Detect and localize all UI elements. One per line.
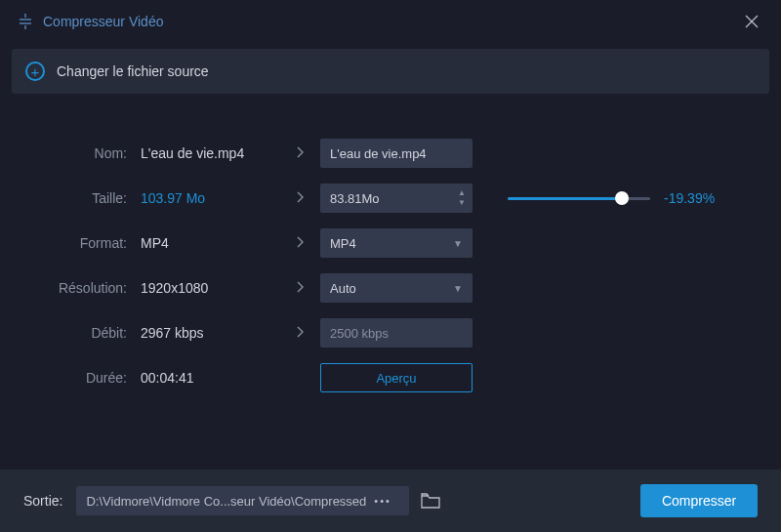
plus-icon: +	[25, 61, 45, 81]
label-size: Taille:	[0, 190, 137, 206]
close-button[interactable]	[740, 10, 763, 33]
orig-bitrate: 2967 kbps	[137, 325, 281, 341]
label-bitrate: Débit:	[0, 325, 137, 341]
app-icon	[18, 14, 33, 29]
chevron-right-icon	[281, 189, 320, 207]
browse-dots-button[interactable]: •••	[366, 495, 399, 507]
chevron-right-icon	[281, 144, 320, 162]
change-source-bar[interactable]: + Changer le fichier source	[12, 49, 769, 94]
format-select-value: MP4	[330, 236, 356, 251]
orig-size: 103.97 Mo	[137, 190, 281, 206]
compress-button[interactable]: Compresser	[640, 484, 758, 517]
name-input[interactable]	[320, 139, 473, 168]
row-format: Format: MP4 MP4 ▼	[0, 221, 750, 266]
app-title: Compresseur Vidéo	[43, 14, 740, 29]
size-slider[interactable]	[508, 197, 650, 200]
row-size: Taille: 103.97 Mo 83.81Mo ▲ ▼ -19.39%	[0, 176, 750, 221]
label-resolution: Résolution:	[0, 280, 137, 296]
chevron-right-icon	[281, 234, 320, 252]
preview-button[interactable]: Aperçu	[320, 363, 473, 392]
open-folder-button[interactable]	[421, 493, 440, 509]
change-source-label: Changer le fichier source	[57, 63, 209, 79]
stepper-down-icon[interactable]: ▼	[451, 198, 473, 208]
stepper-up-icon[interactable]: ▲	[451, 188, 473, 198]
size-slider-wrap: -19.39%	[473, 190, 750, 206]
compression-form: Nom: L'eau de vie.mp4 Taille: 103.97 Mo …	[0, 100, 781, 400]
orig-resolution: 1920x1080	[137, 280, 281, 296]
row-name: Nom: L'eau de vie.mp4	[0, 131, 750, 176]
footer: Sortie: D:\Vidmore\Vidmore Co...seur Vid…	[0, 470, 781, 532]
row-bitrate: Débit: 2967 kbps 2500 kbps	[0, 310, 750, 355]
orig-format: MP4	[137, 235, 281, 251]
format-select[interactable]: MP4 ▼	[320, 228, 473, 258]
chevron-down-icon: ▼	[453, 238, 463, 249]
resolution-select-value: Auto	[330, 281, 356, 296]
output-path-text: D:\Vidmore\Vidmore Co...seur Vidéo\Compr…	[86, 494, 366, 509]
chevron-right-icon	[281, 279, 320, 297]
label-name: Nom:	[0, 145, 137, 161]
output-path-field: D:\Vidmore\Vidmore Co...seur Vidéo\Compr…	[76, 486, 408, 515]
chevron-right-icon	[281, 324, 320, 342]
slider-thumb[interactable]	[615, 191, 629, 205]
titlebar: Compresseur Vidéo	[0, 0, 781, 43]
size-stepper-value: 83.81Mo	[320, 184, 451, 213]
bitrate-value: 2500 kbps	[320, 318, 473, 348]
chevron-down-icon: ▼	[453, 283, 463, 294]
compression-percent: -19.39%	[664, 190, 715, 206]
size-stepper[interactable]: 83.81Mo ▲ ▼	[320, 184, 473, 213]
orig-duration: 00:04:41	[137, 370, 281, 386]
row-resolution: Résolution: 1920x1080 Auto ▼	[0, 266, 750, 310]
row-duration: Durée: 00:04:41 Aperçu	[0, 355, 750, 400]
resolution-select[interactable]: Auto ▼	[320, 273, 473, 303]
label-duration: Durée:	[0, 370, 137, 386]
label-format: Format:	[0, 235, 137, 251]
orig-name: L'eau de vie.mp4	[137, 145, 281, 161]
output-label: Sortie:	[23, 493, 62, 509]
